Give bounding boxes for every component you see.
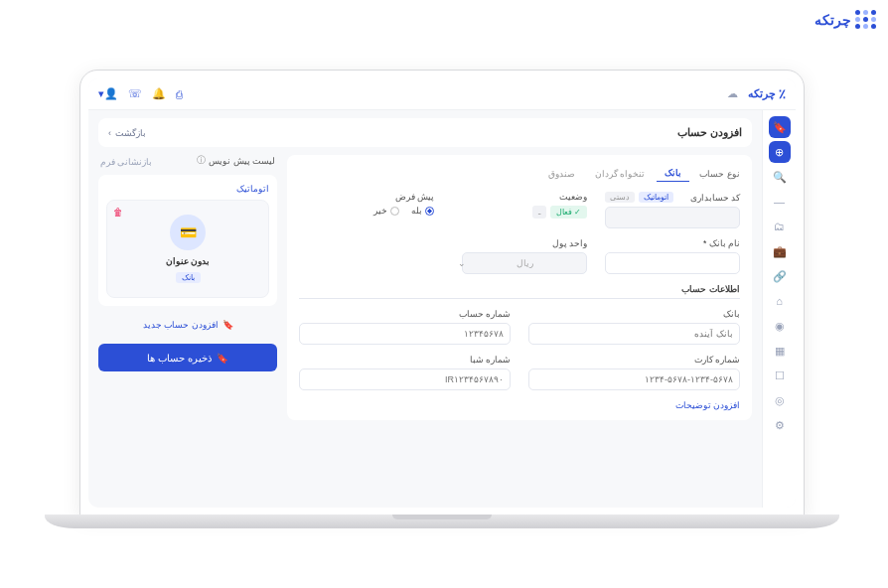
sidebar-item-folder[interactable]: 🗂 bbox=[769, 216, 791, 237]
code-input bbox=[605, 207, 740, 228]
percent-icon: ٪ bbox=[779, 86, 786, 101]
sidebar-item-home[interactable]: ⌂ bbox=[769, 290, 791, 312]
main-content: افزودن حساب بازگشت › نوع حساب بانک تنخوا… bbox=[88, 110, 762, 508]
add-new-account-link[interactable]: 🔖 افزودن حساب جدید bbox=[98, 314, 277, 336]
back-label: بازگشت bbox=[115, 128, 146, 138]
default-label: پیش فرض bbox=[299, 192, 434, 202]
chevron-down-icon: ⌄ bbox=[458, 258, 466, 268]
page-brand-logo: چرتکه bbox=[814, 10, 877, 29]
account-no-label: شماره حساب bbox=[299, 309, 511, 319]
preview-card-title: بدون عنوان bbox=[166, 256, 211, 266]
app-screen: ٪ چرتکه ☁ ⎙ 🔔 ☏ 👤▾ 🔖 ⊕ 🔍 — 🗂 💼 🔗 ⌂ ◉ bbox=[88, 78, 796, 508]
brand-name: چرتکه bbox=[814, 12, 851, 28]
sidebar: 🔖 ⊕ 🔍 — 🗂 💼 🔗 ⌂ ◉ ▦ ☐ ◎ ⚙ bbox=[762, 110, 796, 508]
laptop-base bbox=[45, 514, 839, 528]
add-description-link[interactable]: افزودن توضیحات bbox=[299, 400, 740, 410]
code-manual-tag[interactable]: دستی bbox=[605, 192, 635, 203]
sidebar-item-link[interactable]: 🔗 bbox=[769, 265, 791, 287]
preview-panel: لیست پیش نویس ⓘ بازنشانی فرم اتوماتیک 🗑 … bbox=[98, 155, 277, 420]
card-no-input[interactable] bbox=[528, 368, 740, 390]
currency-select[interactable] bbox=[462, 252, 587, 274]
save-icon: 🔖 bbox=[217, 353, 228, 364]
tab-bank[interactable]: بانک bbox=[657, 165, 689, 182]
card-icon: 💳 bbox=[170, 215, 206, 250]
code-label: کد حسابداری bbox=[690, 193, 740, 203]
app-logo[interactable]: ٪ چرتکه bbox=[748, 86, 786, 101]
default-yes-radio[interactable]: بله bbox=[411, 206, 434, 216]
content-row: نوع حساب بانک تنخواه گردان صندوق کد حساب… bbox=[98, 155, 752, 420]
app-logo-text: چرتکه bbox=[748, 87, 776, 100]
printer-icon[interactable]: ⎙ bbox=[176, 88, 183, 100]
default-radio-group: بله خیر bbox=[299, 206, 434, 216]
add-new-label: افزودن حساب جدید bbox=[143, 320, 219, 330]
preview-auto-label: اتوماتیک bbox=[236, 184, 269, 194]
account-info-section-title: اطلاعات حساب bbox=[299, 284, 740, 299]
sidebar-item-briefcase[interactable]: 💼 bbox=[769, 240, 791, 262]
account-preview-card[interactable]: 🗑 💳 بدون عنوان بانک bbox=[106, 200, 269, 298]
status-inactive-pill[interactable]: ـ bbox=[532, 206, 546, 219]
sheba-input[interactable] bbox=[299, 368, 511, 390]
sidebar-item-add[interactable]: ⊕ bbox=[769, 141, 791, 163]
bookmark-icon: 🔖 bbox=[222, 320, 233, 330]
bell-icon[interactable]: 🔔 bbox=[152, 87, 166, 100]
preview-card-tag: بانک bbox=[176, 272, 201, 283]
delete-card-icon[interactable]: 🗑 bbox=[113, 207, 123, 218]
tab-tankhah[interactable]: تنخواه گردان bbox=[587, 166, 654, 182]
sidebar-item-coin[interactable]: ◎ bbox=[769, 389, 791, 411]
cloud-icon[interactable]: ☁ bbox=[727, 87, 738, 100]
info-icon[interactable]: ⓘ bbox=[197, 155, 206, 167]
sidebar-item-box[interactable]: ☐ bbox=[769, 365, 791, 386]
preview-card-box: اتوماتیک 🗑 💳 بدون عنوان بانک bbox=[98, 175, 277, 306]
page-header: افزودن حساب بازگشت › bbox=[98, 118, 752, 147]
bank-input[interactable] bbox=[528, 323, 740, 345]
bank-label: بانک bbox=[528, 309, 740, 319]
headset-icon[interactable]: ☏ bbox=[128, 87, 142, 100]
chevron-left-icon: › bbox=[108, 128, 111, 138]
code-auto-tag[interactable]: اتوماتیک bbox=[639, 192, 673, 203]
page-title: افزودن حساب bbox=[677, 126, 742, 139]
account-type-label: نوع حساب bbox=[699, 169, 740, 179]
sidebar-item-camera[interactable]: ◉ bbox=[769, 315, 791, 337]
status-label: وضعیت bbox=[452, 192, 587, 202]
user-menu[interactable]: 👤▾ bbox=[98, 87, 118, 100]
brand-dots-icon bbox=[855, 10, 877, 29]
bank-name-label: نام بانک bbox=[605, 238, 740, 248]
default-no-radio[interactable]: خیر bbox=[373, 206, 399, 216]
card-no-label: شماره کارت bbox=[528, 355, 740, 365]
form-panel: نوع حساب بانک تنخواه گردان صندوق کد حساب… bbox=[287, 155, 752, 420]
save-accounts-button[interactable]: 🔖 ذخیره حساب ها bbox=[98, 344, 277, 371]
save-label: ذخیره حساب ها bbox=[147, 353, 211, 364]
code-mode-toggle[interactable]: اتوماتیک دستی bbox=[605, 192, 673, 203]
sidebar-item-bookmark[interactable]: 🔖 bbox=[769, 116, 791, 138]
account-type-tabs: نوع حساب بانک تنخواه گردان صندوق bbox=[299, 165, 740, 182]
status-active-pill[interactable]: ✓ فعال bbox=[550, 206, 587, 219]
topbar: ٪ چرتکه ☁ ⎙ 🔔 ☏ 👤▾ bbox=[88, 78, 796, 110]
sheba-label: شماره شبا bbox=[299, 355, 511, 365]
sidebar-item-grid[interactable]: ▦ bbox=[769, 340, 791, 362]
back-button[interactable]: بازگشت › bbox=[108, 128, 146, 138]
sidebar-item-settings[interactable]: ⚙ bbox=[769, 414, 791, 436]
status-toggle[interactable]: ✓ فعال ـ bbox=[452, 206, 587, 219]
account-no-input[interactable] bbox=[299, 323, 511, 345]
laptop-frame: ٪ چرتکه ☁ ⎙ 🔔 ☏ 👤▾ 🔖 ⊕ 🔍 — 🗂 💼 🔗 ⌂ ◉ bbox=[79, 70, 805, 516]
sidebar-item-dash[interactable]: — bbox=[769, 191, 791, 213]
reset-form-link[interactable]: بازنشانی فرم bbox=[100, 157, 152, 167]
tab-sandogh[interactable]: صندوق bbox=[540, 166, 583, 182]
sidebar-item-search[interactable]: 🔍 bbox=[769, 166, 791, 188]
bank-name-input[interactable] bbox=[605, 252, 740, 274]
currency-label: واحد پول bbox=[452, 238, 587, 248]
draft-list-title: لیست پیش نویس ⓘ bbox=[197, 155, 275, 167]
